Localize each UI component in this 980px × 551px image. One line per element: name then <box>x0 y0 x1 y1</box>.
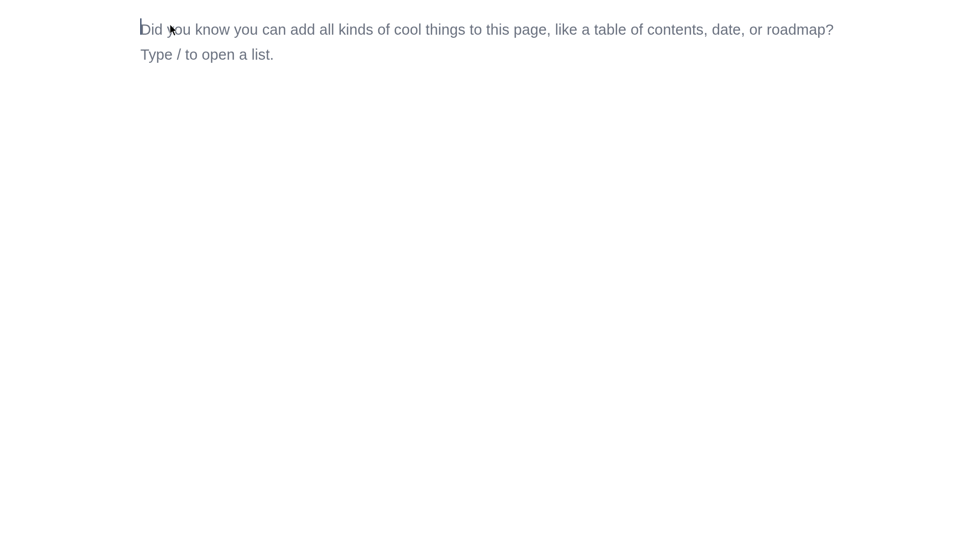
editor-placeholder-text: Did you know you can add all kinds of co… <box>140 17 855 67</box>
page-editor[interactable]: Did you know you can add all kinds of co… <box>140 17 855 425</box>
